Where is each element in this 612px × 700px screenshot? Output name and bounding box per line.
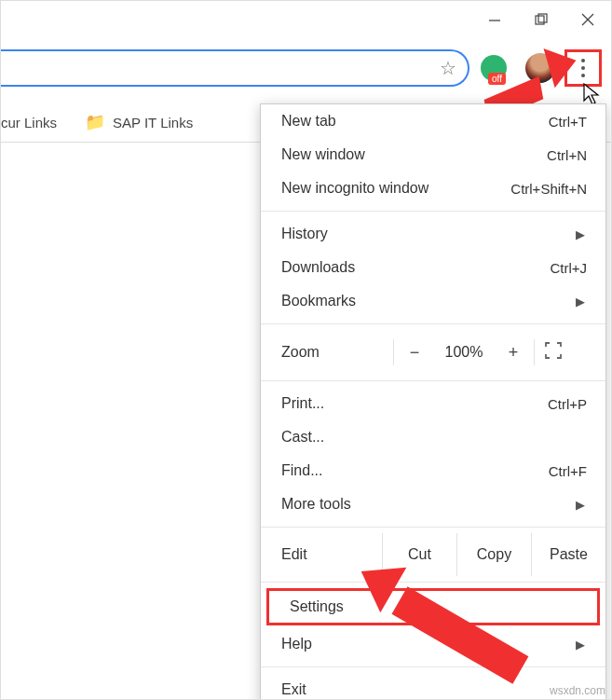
menu-bookmarks[interactable]: Bookmarks ▶ [261,284,605,318]
chevron-right-icon: ▶ [576,295,587,309]
menu-separator [261,666,605,667]
zoom-label: Zoom [281,344,393,361]
menu-zoom-row: Zoom − 100% + [261,330,605,375]
bookmark-label: SAP IT Links [113,115,193,130]
kebab-icon [581,59,585,77]
zoom-in-button[interactable]: + [493,343,534,363]
chevron-right-icon: ▶ [576,227,587,241]
menu-edit-row: Edit Cut Copy Paste [261,533,605,576]
svg-rect-1 [536,16,544,24]
menu-new-tab[interactable]: New tab Ctrl+T [261,104,605,138]
minimize-button[interactable] [471,1,518,38]
bookmark-link-2[interactable]: 📁 SAP IT Links [85,112,193,132]
paste-button[interactable]: Paste [531,533,605,576]
fullscreen-button[interactable] [535,342,572,363]
menu-new-window[interactable]: New window Ctrl+N [261,138,605,172]
folder-icon: 📁 [85,112,105,132]
menu-find[interactable]: Find... Ctrl+F [261,454,605,487]
menu-help[interactable]: Help ▶ [261,627,605,661]
menu-downloads[interactable]: Downloads Ctrl+J [261,251,605,284]
menu-settings[interactable]: Settings [266,588,600,625]
settings-label: Settings [290,598,344,615]
chevron-right-icon: ▶ [576,638,587,652]
window-controls [471,1,611,38]
edit-label: Edit [281,533,382,576]
bookmark-label: cur Links [1,115,57,130]
chrome-dropdown-menu: New tab Ctrl+T New window Ctrl+N New inc… [260,103,606,700]
menu-cast[interactable]: Cast... [261,420,605,454]
menu-separator [261,582,605,583]
zoom-value: 100% [435,344,493,361]
cut-button[interactable]: Cut [382,533,456,576]
star-icon[interactable]: ☆ [440,57,456,79]
menu-history[interactable]: History ▶ [261,217,605,251]
menu-separator [261,527,605,528]
chevron-right-icon: ▶ [576,498,587,512]
zoom-out-button[interactable]: − [394,343,435,363]
menu-print[interactable]: Print... Ctrl+P [261,387,605,420]
menu-separator [261,323,605,324]
annotation-arrow-top [485,66,569,83]
menu-separator [261,211,605,212]
maximize-button[interactable] [518,1,564,38]
menu-separator [261,380,605,381]
menu-new-incognito[interactable]: New incognito window Ctrl+Shift+N [261,172,605,205]
menu-more-tools[interactable]: More tools ▶ [261,487,605,521]
watermark: wsxdn.com [550,684,605,697]
bookmark-link-1[interactable]: cur Links [1,115,57,130]
svg-rect-2 [538,14,547,22]
copy-button[interactable]: Copy [456,533,531,576]
close-button[interactable] [564,1,611,38]
address-bar[interactable]: ☆ [1,49,469,87]
fullscreen-icon [545,342,562,359]
